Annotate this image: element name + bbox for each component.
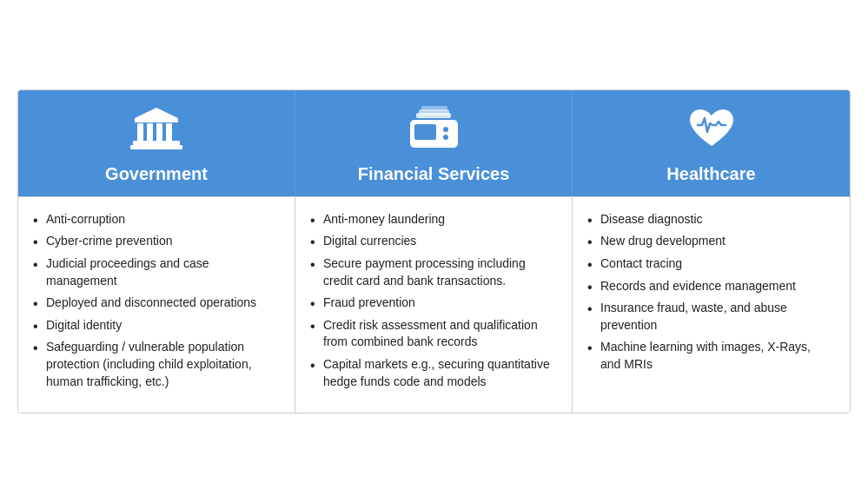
list-item: Deployed and disconnected operations — [30, 295, 277, 312]
svg-rect-0 — [135, 118, 178, 122]
list-item: Records and evidence management — [585, 278, 832, 295]
list-item: Machine learning with images, X-Rays, an… — [585, 339, 832, 373]
svg-point-11 — [443, 135, 448, 140]
list-item: Safeguarding / vulnerable population pro… — [30, 339, 277, 390]
healthcare-icon — [686, 106, 738, 157]
list-item: Digital currencies — [308, 233, 554, 250]
government-list: Anti-corruption Cyber-crime prevention J… — [30, 211, 277, 390]
svg-rect-1 — [137, 123, 143, 141]
content-financial: Anti-money laundering Digital currencies… — [295, 196, 573, 413]
content-government: Anti-corruption Cyber-crime prevention J… — [18, 196, 295, 413]
header-healthcare: Healthcare — [573, 90, 850, 196]
list-item: Digital identity — [30, 317, 277, 334]
header-financial: Financial Services — [295, 90, 573, 196]
content-healthcare: Disease diagnostic New drug development … — [573, 196, 850, 413]
svg-rect-5 — [133, 141, 180, 145]
list-item: Disease diagnostic — [585, 211, 832, 228]
svg-rect-3 — [156, 123, 162, 141]
svg-marker-7 — [135, 108, 178, 118]
svg-rect-4 — [166, 123, 172, 141]
list-item: Capital markets e.g., securing quantitat… — [308, 356, 554, 390]
svg-rect-6 — [130, 145, 182, 149]
main-table: Government Financial Serv — [17, 89, 851, 414]
svg-rect-14 — [421, 106, 447, 111]
financial-list: Anti-money laundering Digital currencies… — [308, 211, 554, 390]
list-item: Judicial proceedings and case management — [30, 255, 277, 289]
list-item: Contact tracing — [585, 255, 832, 273]
list-item: Anti-corruption — [30, 211, 277, 228]
government-icon — [130, 106, 182, 157]
content-row: Anti-corruption Cyber-crime prevention J… — [18, 196, 850, 413]
list-item: New drug development — [585, 233, 832, 250]
financial-icon — [406, 106, 462, 157]
svg-point-10 — [443, 127, 448, 132]
header-row: Government Financial Serv — [18, 90, 850, 196]
svg-rect-9 — [414, 124, 436, 140]
list-item: Anti-money laundering — [308, 211, 554, 228]
government-title: Government — [105, 164, 208, 184]
list-item: Credit risk assessment and qualification… — [308, 317, 554, 351]
header-government: Government — [18, 90, 295, 196]
list-item: Fraud prevention — [308, 295, 554, 312]
financial-title: Financial Services — [358, 164, 510, 184]
healthcare-title: Healthcare — [666, 164, 755, 184]
list-item: Insurance fraud, waste, and abuse preven… — [585, 300, 832, 334]
svg-rect-2 — [147, 123, 153, 141]
healthcare-list: Disease diagnostic New drug development … — [585, 211, 832, 374]
list-item: Cyber-crime prevention — [30, 233, 277, 250]
list-item: Secure payment processing including cred… — [308, 255, 554, 289]
